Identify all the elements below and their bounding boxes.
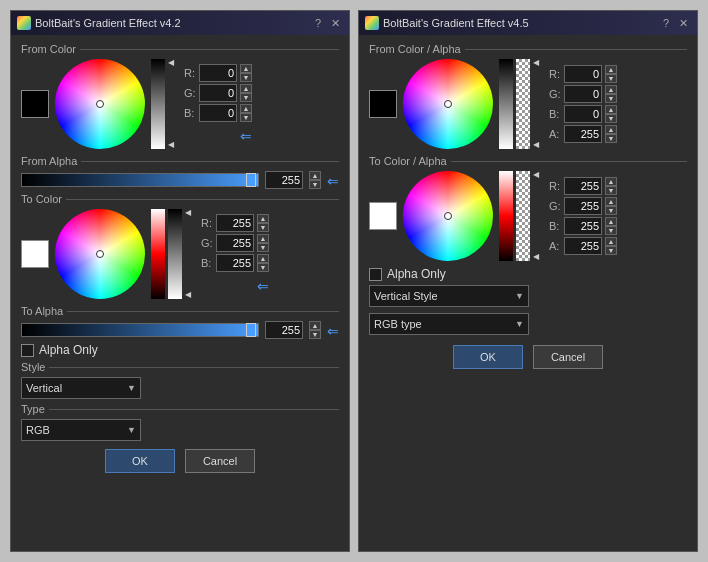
to2-b-spin-down[interactable]: ▼: [605, 226, 617, 235]
button-row-2: OK Cancel: [369, 345, 687, 369]
to2-g-spin-up[interactable]: ▲: [605, 197, 617, 206]
to2-color-swatch[interactable]: [369, 202, 397, 230]
from-bw-strip[interactable]: [151, 59, 165, 149]
to-color-swatch[interactable]: [21, 240, 49, 268]
from-g-spin-up[interactable]: ▲: [240, 84, 252, 93]
from-r-spin-up[interactable]: ▲: [240, 64, 252, 73]
from2-g-label: G:: [549, 88, 561, 100]
to-rgb-controls: R: ▲ ▼ G: ▲ ▼: [201, 214, 269, 294]
from-b-row: B: ▲ ▼: [184, 104, 252, 122]
to-r-spin-down[interactable]: ▼: [257, 223, 269, 232]
to-r-spin-up[interactable]: ▲: [257, 214, 269, 223]
to-wheel-dot: [96, 250, 104, 258]
from-b-spin-down[interactable]: ▼: [240, 113, 252, 122]
to-r-spin: ▲ ▼: [257, 214, 269, 232]
to-red-strip[interactable]: [151, 209, 165, 299]
to2-a-spin-down[interactable]: ▼: [605, 246, 617, 255]
from-g-spin-down[interactable]: ▼: [240, 93, 252, 102]
to-g-spin-up[interactable]: ▲: [257, 234, 269, 243]
to2-r-spin-down[interactable]: ▼: [605, 186, 617, 195]
style2-dropdown[interactable]: Vertical Style ▼: [369, 285, 529, 307]
from2-g-spin-down[interactable]: ▼: [605, 94, 617, 103]
style-dropdown[interactable]: Vertical ▼: [21, 377, 141, 399]
to2-a-spin-up[interactable]: ▲: [605, 237, 617, 246]
from2-r-input[interactable]: [564, 65, 602, 83]
to-r-input[interactable]: [216, 214, 254, 232]
from-alpha-spin: ▲ ▼: [309, 171, 321, 189]
alpha-only-checkbox-2[interactable]: [369, 268, 382, 281]
to-alpha-spin-down[interactable]: ▼: [309, 330, 321, 339]
ok-btn-1[interactable]: OK: [105, 449, 175, 473]
to2-g-input[interactable]: [564, 197, 602, 215]
style-dropdown-arrow: ▼: [127, 383, 136, 393]
from-link-arrow[interactable]: ⇐: [240, 128, 252, 144]
from2-b-spin-down[interactable]: ▼: [605, 114, 617, 123]
to-alpha-track[interactable]: [21, 323, 259, 337]
to-r-label: R:: [201, 217, 213, 229]
to2-r-label: R:: [549, 180, 561, 192]
from2-a-input[interactable]: [564, 125, 602, 143]
from2-r-spin-down[interactable]: ▼: [605, 74, 617, 83]
close-btn-2[interactable]: ✕: [676, 18, 691, 29]
from2-b-spin-up[interactable]: ▲: [605, 105, 617, 114]
type2-dropdown[interactable]: RGB type ▼: [369, 313, 529, 335]
help-btn-2[interactable]: ?: [660, 18, 672, 29]
from-r-input[interactable]: [199, 64, 237, 82]
from-color-wheel[interactable]: [55, 59, 145, 149]
from-alpha-slider-row: ▲ ▼ ⇐: [21, 171, 339, 189]
style2-dropdown-arrow: ▼: [515, 291, 524, 301]
ok-btn-2[interactable]: OK: [453, 345, 523, 369]
from-alpha-spin-down[interactable]: ▼: [309, 180, 321, 189]
to2-red-strip[interactable]: [499, 171, 513, 261]
to-alpha-input[interactable]: [265, 321, 303, 339]
from-r-spin-down[interactable]: ▼: [240, 73, 252, 82]
type-dropdown[interactable]: RGB ▼: [21, 419, 141, 441]
to2-alpha-strip[interactable]: [516, 171, 530, 261]
to-g-spin-down[interactable]: ▼: [257, 243, 269, 252]
dialog-v42: BoltBait's Gradient Effect v4.2 ? ✕ From…: [10, 10, 350, 552]
to-b-spin-up[interactable]: ▲: [257, 254, 269, 263]
to-b-input[interactable]: [216, 254, 254, 272]
to2-r-spin-up[interactable]: ▲: [605, 177, 617, 186]
from2-r-spin-up[interactable]: ▲: [605, 65, 617, 74]
from2-a-label: A:: [549, 128, 561, 140]
from-color-swatch[interactable]: [21, 90, 49, 118]
from2-bw-strip[interactable]: [499, 59, 513, 149]
from2-g-input[interactable]: [564, 85, 602, 103]
from2-color-wheel[interactable]: [403, 59, 493, 149]
to-bw-strip[interactable]: [168, 209, 182, 299]
to2-b-spin-up[interactable]: ▲: [605, 217, 617, 226]
alpha-only-checkbox[interactable]: [21, 344, 34, 357]
from-b-spin-up[interactable]: ▲: [240, 104, 252, 113]
from-alpha-input[interactable]: [265, 171, 303, 189]
to-link-arrow[interactable]: ⇐: [257, 278, 269, 294]
from2-g-spin-up[interactable]: ▲: [605, 85, 617, 94]
help-btn-1[interactable]: ?: [312, 18, 324, 29]
to2-r-row: R: ▲ ▼: [549, 177, 617, 195]
to-g-input[interactable]: [216, 234, 254, 252]
from-alpha-link[interactable]: ⇐: [327, 173, 339, 189]
to2-a-input[interactable]: [564, 237, 602, 255]
title-text-2: BoltBait's Gradient Effect v4.5: [383, 17, 656, 29]
from2-a-spin-down[interactable]: ▼: [605, 134, 617, 143]
from2-rgba-controls: R: ▲ ▼ G: ▲ ▼: [549, 65, 617, 143]
to-color-wheel[interactable]: [55, 209, 145, 299]
to-alpha-link[interactable]: ⇐: [327, 323, 339, 339]
to-alpha-spin-up[interactable]: ▲: [309, 321, 321, 330]
from-g-input[interactable]: [199, 84, 237, 102]
to2-g-spin-down[interactable]: ▼: [605, 206, 617, 215]
from2-color-swatch[interactable]: [369, 90, 397, 118]
from-alpha-track[interactable]: [21, 173, 259, 187]
from2-a-spin-up[interactable]: ▲: [605, 125, 617, 134]
to2-color-wheel[interactable]: [403, 171, 493, 261]
cancel-btn-2[interactable]: Cancel: [533, 345, 603, 369]
to2-b-input[interactable]: [564, 217, 602, 235]
to-b-spin-down[interactable]: ▼: [257, 263, 269, 272]
close-btn-1[interactable]: ✕: [328, 18, 343, 29]
cancel-btn-1[interactable]: Cancel: [185, 449, 255, 473]
to2-r-input[interactable]: [564, 177, 602, 195]
from-alpha-spin-up[interactable]: ▲: [309, 171, 321, 180]
from2-b-input[interactable]: [564, 105, 602, 123]
from-b-input[interactable]: [199, 104, 237, 122]
from2-a-spin: ▲ ▼: [605, 125, 617, 143]
